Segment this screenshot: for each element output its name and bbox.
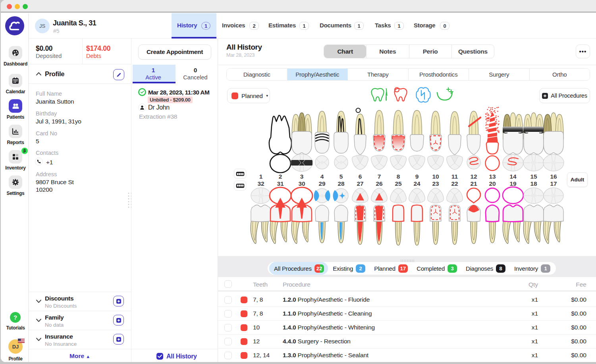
- svg-text:5: 5: [339, 173, 343, 180]
- svg-text:2: 2: [279, 173, 282, 180]
- svg-text:21: 21: [470, 180, 477, 187]
- svg-text:26: 26: [376, 180, 383, 187]
- svg-text:20: 20: [489, 180, 496, 187]
- svg-text:3: 3: [300, 173, 304, 180]
- svg-text:31: 31: [277, 180, 284, 187]
- svg-text:27: 27: [357, 180, 363, 187]
- svg-text:32: 32: [257, 180, 264, 187]
- svg-text:13: 13: [489, 173, 496, 180]
- svg-text:18: 18: [530, 180, 537, 187]
- svg-text:9: 9: [415, 173, 419, 180]
- svg-text:6: 6: [359, 173, 362, 180]
- svg-text:23: 23: [432, 180, 439, 187]
- svg-text:14: 14: [509, 173, 517, 180]
- svg-text:16: 16: [550, 173, 557, 180]
- svg-text:11: 11: [451, 173, 458, 180]
- svg-text:10: 10: [432, 173, 439, 180]
- svg-text:30: 30: [298, 180, 305, 187]
- svg-text:25: 25: [395, 180, 402, 187]
- svg-text:19: 19: [509, 180, 517, 187]
- svg-text:24: 24: [413, 180, 420, 187]
- svg-text:4: 4: [320, 173, 324, 180]
- svg-text:12: 12: [470, 173, 477, 180]
- svg-text:8: 8: [397, 173, 400, 180]
- svg-text:7: 7: [378, 173, 381, 180]
- svg-text:28: 28: [338, 180, 345, 187]
- svg-text:17: 17: [550, 180, 557, 187]
- svg-text:15: 15: [530, 173, 537, 180]
- svg-text:22: 22: [451, 180, 458, 187]
- svg-text:1: 1: [259, 173, 263, 180]
- svg-text:29: 29: [318, 180, 326, 187]
